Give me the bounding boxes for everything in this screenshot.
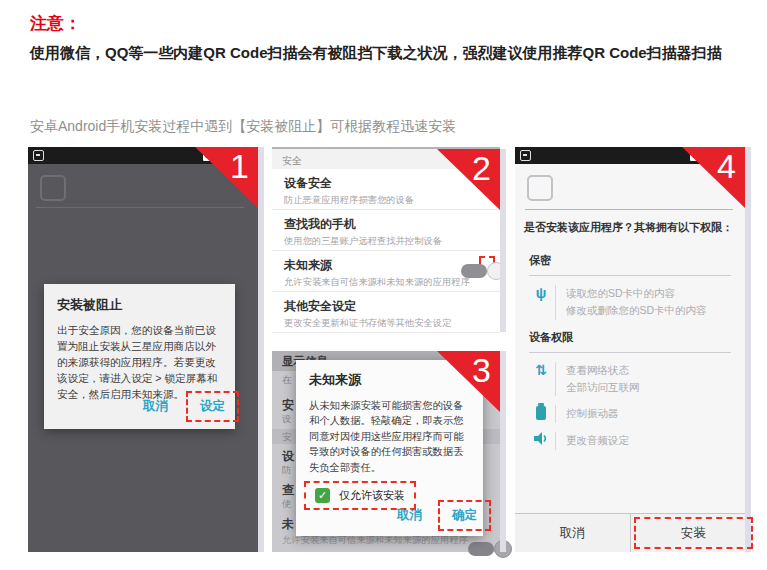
network-arrows-icon: ⇅ — [531, 362, 551, 378]
app-icon-placeholder — [40, 175, 66, 201]
permission-text: 全部访问互联网 — [566, 379, 640, 396]
background-text: 设 — [282, 413, 292, 426]
notification-icon — [520, 150, 531, 161]
permission-text: 修改或删除您的SD卡中的内容 — [566, 302, 707, 319]
permission-text: 查看网络状态 — [566, 362, 640, 379]
step-number: 3 — [472, 353, 491, 387]
settings-button[interactable]: 设定 — [186, 391, 239, 422]
step-number: 1 — [230, 149, 249, 183]
tutorial-subtitle: 安卓Android手机安装过程中遇到【安装被阻止】可根据教程迅速安装 — [30, 118, 740, 136]
screenshot-step-1: 1 4G 7:4 1 安装被阻止 出于安全原因，您的设备当前已设置为阻止安装从三… — [28, 147, 258, 552]
permission-text: 读取您的SD卡中的内容 — [566, 285, 707, 302]
tutorial-page: 注意： 使用微信，QQ等一些内建QR Code扫描会有被阻挡下载之状况，强烈建议… — [0, 0, 767, 570]
step-number: 2 — [472, 151, 491, 185]
background-text: 设 — [282, 448, 294, 465]
permission-row-audio: 更改音频设定 — [531, 432, 745, 449]
cancel-button[interactable]: 取消 — [515, 514, 630, 552]
permission-text: 更改音频设定 — [566, 432, 629, 449]
install-blocked-dialog: 安装被阻止 出于安全原因，您的设备当前已设置为阻止安装从三星应用商店以外的来源获… — [44, 284, 235, 429]
vibration-icon — [531, 405, 551, 423]
background-text: 安 — [282, 397, 294, 414]
cancel-button[interactable]: 取消 — [389, 502, 430, 529]
divider — [525, 209, 733, 210]
install-action-bar: 取消 安装 — [515, 513, 745, 552]
ok-button[interactable]: 确定 — [438, 500, 491, 531]
notice-body-text: 使用微信，QQ等一些内建QR Code扫描会有被阻挡下载之状况，强烈建议使用推荐… — [30, 40, 740, 66]
speaker-icon — [531, 432, 551, 448]
notice-heading: 注意： — [30, 12, 81, 35]
device-permissions-header: 设备权限 — [529, 330, 731, 353]
background-text: 使 — [282, 498, 292, 511]
permission-row-storage: ψ 读取您的SD卡中的内容 修改或删除您的SD卡中的内容 — [531, 285, 745, 320]
divider — [36, 207, 244, 208]
background-text: 防 — [282, 464, 292, 477]
dialog-title: 未知来源 — [309, 371, 470, 389]
screenshot-step-3: 显示信息 在 安 设 安 设 防 查 使 未 允许安装来自可信来源和未知来源的应… — [272, 351, 500, 552]
background-text: 安 — [282, 431, 292, 444]
notification-icon — [33, 150, 44, 161]
permission-row-vibration: 控制振动器 — [531, 405, 745, 423]
background-text: 查 — [282, 482, 294, 499]
usb-icon: ψ — [531, 285, 551, 301]
list-item-find-my-mobile[interactable]: 查找我的手机 使用您的三星账户远程查找并控制设备 — [272, 210, 500, 251]
step-number: 4 — [717, 149, 736, 183]
dialog-title: 安装被阻止 — [57, 296, 222, 314]
install-prompt-title: 是否安装该应用程序？其将拥有以下权限： — [524, 220, 741, 235]
dialog-body: 从未知来源安装可能损害您的设备和个人数据。轻敲确定，即表示您同意对因使用这些应用… — [309, 398, 470, 475]
unknown-sources-dialog: 未知来源 从未知来源安装可能损害您的设备和个人数据。轻敲确定，即表示您同意对因使… — [296, 360, 483, 536]
permission-row-network: ⇅ 查看网络状态 全部访问互联网 — [531, 362, 745, 397]
permission-text: 控制振动器 — [566, 405, 619, 422]
privacy-section-header: 保密 — [529, 253, 731, 276]
allow-once-checkbox[interactable]: ✓ — [315, 488, 330, 503]
app-icon-placeholder — [527, 175, 553, 201]
background-text: 未 — [282, 516, 294, 533]
screenshot-step-2: 安全 设备安全 防止恶意应用程序损害您的设备 查找我的手机 使用您的三星账户远程… — [272, 147, 500, 332]
install-cell: 安装 — [630, 514, 746, 552]
screenshot-step-4: 1 4G 7:4 是否安装该应用程序？其将拥有以下权限： 保密 ψ 读取您的SD… — [515, 147, 745, 552]
highlight-box — [479, 256, 495, 268]
cancel-button[interactable]: 取消 — [135, 393, 176, 420]
install-button[interactable]: 安装 — [634, 517, 754, 549]
list-item-other-security[interactable]: 其他安全设定 更改安全更新和证书存储等其他安全设定 — [272, 292, 500, 333]
list-item-unknown-sources[interactable]: 未知来源 允许安装来自可信来源和未知来源的应用程序 — [272, 251, 500, 292]
